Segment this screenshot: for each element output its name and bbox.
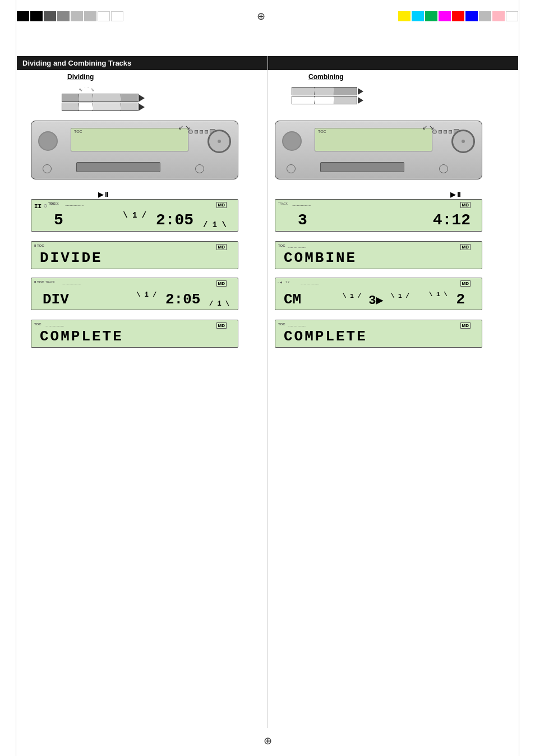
combine-screen-2: TOC ··················· MD COMBINE (275, 241, 482, 269)
divide-screen-1: II TOC TRACK ··················· MD 5 \ … (31, 199, 238, 232)
div-text: DIV (43, 291, 69, 308)
right-track-row-2 (286, 96, 363, 104)
md-label-c1: MD (460, 202, 471, 208)
time-display-1: \ 1 / 2:05 / 1 \ (123, 211, 227, 229)
combine-screen-1: TRACK ··················· MD 3 4:12 (275, 199, 482, 232)
color-seg-7 (98, 11, 110, 21)
color-seg-3 (44, 11, 56, 21)
right-track-row-1 (286, 87, 363, 95)
right-dial-left (282, 131, 302, 151)
color-seg-4 (57, 11, 70, 21)
color-seg-6 (84, 11, 96, 21)
md-label-c4: MD (460, 322, 471, 329)
color-seg-r9 (506, 11, 518, 21)
track-row-1 (56, 94, 145, 102)
right-dial-right (451, 130, 475, 153)
center-divider (268, 56, 268, 728)
bottom-left-circle (43, 164, 52, 173)
color-seg-r4 (439, 11, 451, 21)
color-seg-r8 (492, 11, 505, 21)
right-bottom-left-circle (287, 164, 296, 173)
toc-label-c1: TRACK (278, 202, 288, 205)
dots-c1: ··················· (292, 203, 311, 208)
border-right (519, 0, 519, 756)
color-seg-r3 (425, 11, 437, 21)
cassette-slot (76, 162, 160, 172)
bottom-crosshair: ⊕ (264, 735, 272, 747)
right-lcd: TOC (315, 128, 432, 151)
combine-track-3: \ 1 / 3▶ \ 1 / (343, 293, 409, 308)
md-label-2: MD (216, 244, 227, 250)
track-label-1: TRACK (49, 202, 59, 205)
left-lcd-before: TOC (71, 128, 188, 151)
bar-right (398, 11, 518, 21)
divide-screen-3: II TOC TRACK ··················· MD DIV … (31, 278, 238, 310)
div-time: \ 1 / 2:05 / 1 \ (136, 291, 229, 308)
crosshair-center: ⊕ (257, 10, 265, 22)
bottom-right-circle (195, 164, 204, 173)
dots-1: ··················· (65, 203, 84, 208)
toc-label-3: II TOC (34, 280, 44, 284)
md-label-c3: MD (460, 280, 471, 287)
right-lcd-toc: TOC (318, 130, 429, 133)
bar-left (17, 11, 123, 21)
left-md-player-before: TOC ↙ ↘ (31, 121, 238, 179)
divide-screen-2: II TOC MD DIVIDE (31, 241, 238, 269)
divide-text: DIVIDE (40, 250, 103, 266)
color-seg-r7 (479, 11, 491, 21)
track-label-3: TRACK (45, 280, 55, 284)
num-label-c3: 1 2 (285, 280, 289, 284)
pause-indicator: II (34, 203, 41, 210)
arrow-indicator-right: ↙ ↘ (422, 124, 434, 131)
arrow-indicator-1: ↙ ↘ (178, 124, 190, 131)
rec-label-c3: →◀ (277, 280, 282, 284)
border-left (16, 0, 16, 756)
dots-3: ··················· (62, 282, 81, 287)
combine-text: COMBINE (284, 250, 357, 266)
rec-dot (44, 204, 47, 208)
right-md-player: TOC ↙ ↘ (275, 121, 482, 179)
divide-screen-4: TOC ··················· MD COMPLETE (31, 320, 238, 348)
top-color-bar: ⊕ (0, 10, 535, 22)
combine-screen-4: TOC ··················· MD COMPLETE (275, 320, 482, 348)
left-dial (38, 131, 58, 151)
right-bottom-right-circle (439, 164, 448, 173)
dots-c3: ··················· (301, 282, 319, 287)
color-seg-2 (30, 11, 43, 21)
md-label-c2: MD (460, 244, 471, 250)
track-num-1: 5 (54, 211, 63, 229)
color-seg-r2 (412, 11, 424, 21)
wavy-line: ∿ ˙ ˙ ∿ (79, 87, 145, 93)
toc-label-c4: TOC (278, 322, 285, 326)
toc-label-2: II TOC (34, 244, 44, 247)
combine-screen-3: →◀ 1 2 ··················· MD CM \ 1 / 3… (275, 278, 482, 310)
color-seg-r6 (465, 11, 478, 21)
right-track-diagram-before (286, 87, 363, 105)
play-pause-label-left: ▶⏸ (98, 191, 110, 199)
dividing-header: Dividing (67, 73, 94, 81)
cm-text: CM (284, 291, 301, 308)
color-seg-5 (71, 11, 83, 21)
lcd-toc: TOC (74, 130, 185, 133)
color-seg-r1 (398, 11, 411, 21)
toc-label-c2: TOC (278, 244, 285, 247)
combine-time-1: 4:12 (433, 211, 471, 229)
combine-track-1: 3 (298, 211, 307, 229)
color-seg-r5 (452, 11, 464, 21)
complete-text-left: COMPLETE (40, 328, 123, 345)
track-row-2 (56, 103, 145, 111)
combining-header: Combining (308, 73, 344, 81)
toc-label-4: TOC (34, 322, 41, 326)
md-label-4: MD (216, 322, 227, 329)
left-track-diagram-before: ∿ ˙ ˙ ∿ (56, 87, 145, 112)
combine-num-3: \ 1 \ 2 (429, 291, 465, 308)
complete-text-right: COMPLETE (284, 328, 367, 345)
color-seg-8 (111, 11, 123, 21)
md-label-3: MD (216, 280, 227, 287)
right-cassette-slot (320, 162, 404, 172)
color-seg-1 (17, 11, 29, 21)
right-dial (207, 130, 231, 153)
play-pause-label-right: ▶⏸ (450, 191, 462, 199)
md-label-1: MD (216, 202, 227, 208)
